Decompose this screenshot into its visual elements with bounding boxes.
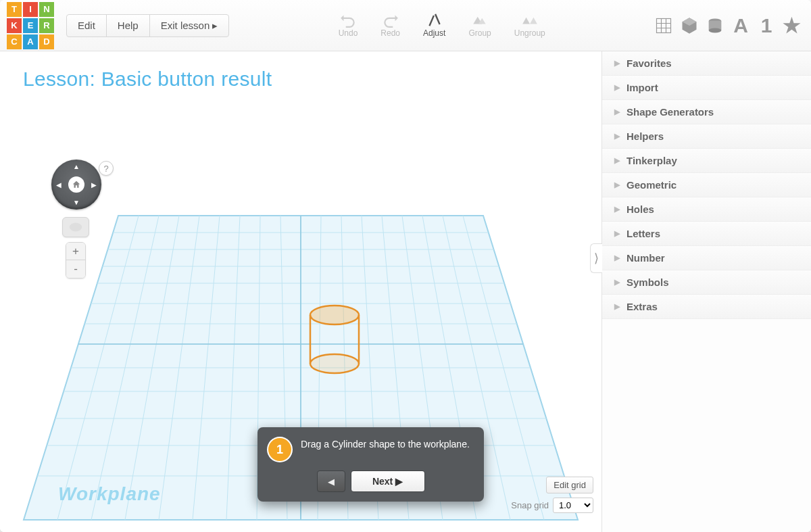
snap-grid-select[interactable]: 1.0 [553,498,593,513]
cube-tool-icon[interactable] [680,16,699,35]
expand-icon: ▶ [614,253,620,262]
logo-letter: E [23,18,38,33]
category-label: Helpers [626,130,664,142]
category-extras[interactable]: ▶Extras [602,295,811,319]
category-label: Import [626,82,658,93]
help-bubble[interactable]: ? [99,161,114,176]
expand-icon: ▶ [614,205,620,214]
expand-icon: ▶ [614,302,620,311]
svg-rect-0 [656,18,670,32]
category-favorites[interactable]: ▶Favorites [602,51,811,76]
cylinder-shape[interactable] [308,304,362,377]
right-toolbar: A 1 ★ [654,16,802,35]
category-label: Letters [626,228,660,239]
workplane-tool-icon[interactable] [654,16,673,35]
adjust-label: Adjust [423,28,445,38]
group-label: Group [468,28,491,38]
ungroup-button[interactable]: Ungroup [514,11,545,38]
logo-letter: I [23,2,38,17]
number-tool-icon[interactable]: 1 [757,16,776,35]
tutorial-next-button[interactable]: Next ▶ [351,470,425,492]
home-view-button[interactable] [68,176,84,193]
category-shape-generators[interactable]: ▶Shape Generators [602,100,811,124]
expand-icon: ▶ [614,107,620,116]
center-tools: Undo Redo Adjust Group Ungroup [339,11,545,41]
top-toolbar: T I N K E R C A D Edit Help Exit lesson … [0,0,811,51]
category-list: ▶Favorites▶Import▶Shape Generators▶Helpe… [602,51,811,319]
main-menu: Edit Help Exit lesson ▸ [66,14,229,37]
main-area: Lesson: Basic button result ? ▲ ▼ ◀ ▶ + … [0,51,811,532]
group-button[interactable]: Group [468,11,491,38]
group-icon [471,11,489,28]
logo-letter: N [39,2,54,17]
category-letters[interactable]: ▶Letters [602,222,811,246]
category-label: Extras [626,301,658,312]
lesson-title: Lesson: Basic button result [0,51,601,91]
category-geometric[interactable]: ▶Geometric [602,173,811,197]
expand-icon: ▶ [614,278,620,287]
letter-tool-icon[interactable]: A [731,16,750,35]
category-helpers[interactable]: ▶Helpers [602,124,811,149]
home-icon [72,180,81,189]
category-label: Geometric [626,179,677,191]
tutorial-prev-button[interactable]: ◀ [317,470,345,492]
category-symbols[interactable]: ▶Symbols [602,270,811,295]
exit-lesson-button[interactable]: Exit lesson ▸ [149,14,230,37]
app-window: T I N K E R C A D Edit Help Exit lesson … [0,0,811,532]
orbit-down-icon[interactable]: ▼ [73,199,80,206]
category-number[interactable]: ▶Number [602,246,811,270]
star-tool-icon[interactable]: ★ [783,16,802,35]
undo-icon [339,11,357,28]
redo-icon [382,11,399,28]
orbit-right-icon[interactable]: ▶ [91,181,97,189]
tutorial-step-badge: 1 [268,438,291,461]
grid-controls: Edit grid Snap grid 1.0 [511,477,593,513]
svg-point-3 [709,28,722,32]
workplane-label: Workplane [58,483,161,505]
expand-icon: ▶ [614,229,620,238]
category-holes[interactable]: ▶Holes [602,197,811,222]
orbit-up-icon[interactable]: ▲ [73,163,80,170]
cylinder-tool-icon[interactable] [706,16,724,35]
category-label: Number [626,252,665,264]
shape-panel: ⟩ ▶Favorites▶Import▶Shape Generators▶Hel… [601,51,811,532]
canvas-panel[interactable]: Lesson: Basic button result ? ▲ ▼ ◀ ▶ + … [0,51,601,532]
redo-label: Redo [380,28,400,38]
logo-letter: A [23,34,38,49]
logo-letter: T [7,2,22,17]
tutorial-popup: 1 Drag a Cylinder shape to the workplane… [257,427,484,502]
adjust-icon [426,11,443,28]
category-label: Tinkerplay [626,155,677,166]
category-import[interactable]: ▶Import [602,76,811,100]
orbit-navigator[interactable]: ▲ ▼ ◀ ▶ [51,160,101,210]
logo-letter: C [7,34,22,49]
expand-icon: ▶ [614,59,620,68]
adjust-button[interactable]: Adjust [423,11,445,38]
ungroup-label: Ungroup [514,28,545,38]
undo-button[interactable]: Undo [339,11,358,38]
redo-button[interactable]: Redo [380,11,400,38]
logo-letter: D [39,34,54,49]
help-menu-button[interactable]: Help [106,14,150,37]
edit-menu-button[interactable]: Edit [66,14,107,37]
expand-icon: ▶ [614,83,620,92]
category-tinkerplay[interactable]: ▶Tinkerplay [602,149,811,173]
category-label: Holes [626,203,654,215]
category-label: Favorites [626,57,672,69]
svg-point-38 [310,306,359,324]
expand-icon: ▶ [614,180,620,189]
panel-collapse-button[interactable]: ⟩ [590,243,602,273]
edit-grid-button[interactable]: Edit grid [546,477,593,493]
tutorial-text: Drag a Cylinder shape to the workplane. [301,438,470,451]
snap-grid-label: Snap grid [511,500,549,510]
category-label: Shape Generators [626,106,714,118]
expand-icon: ▶ [614,132,620,141]
ungroup-icon [521,11,539,28]
undo-label: Undo [339,28,358,38]
category-label: Symbols [626,276,669,288]
expand-icon: ▶ [614,156,620,165]
tinkercad-logo[interactable]: T I N K E R C A D [7,2,54,49]
logo-letter: K [7,18,22,33]
orbit-left-icon[interactable]: ◀ [56,181,62,189]
logo-letter: R [39,18,54,33]
